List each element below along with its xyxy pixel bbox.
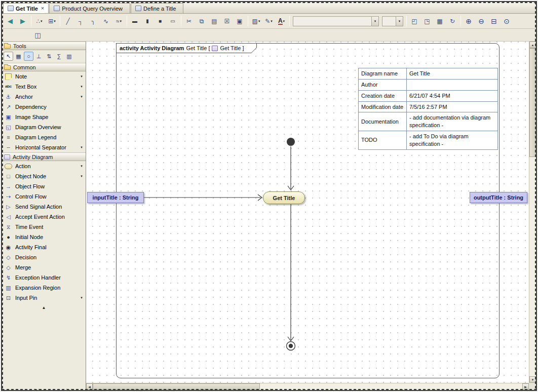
folder-icon bbox=[4, 44, 11, 49]
palette-item-control-flow[interactable]: ⇢ Control Flow bbox=[2, 191, 86, 202]
palette-item-icon: ◇ bbox=[5, 255, 12, 260]
forward-button[interactable]: ▶ bbox=[17, 15, 29, 27]
palette-item-exception-handler[interactable]: ↯ Exception Handler bbox=[2, 272, 86, 283]
palette-item-action[interactable]: Action ▾ bbox=[2, 161, 86, 171]
initial-node[interactable] bbox=[287, 138, 295, 146]
action-get-title[interactable]: Get Title bbox=[263, 191, 305, 204]
activity-final-node[interactable] bbox=[287, 342, 295, 350]
button-icon: ⊖ bbox=[478, 18, 484, 25]
palette-item-object-flow[interactable]: → Object Flow bbox=[2, 181, 86, 191]
layout-hierarchic-button[interactable]: ∴▾ bbox=[33, 15, 45, 27]
zoom-actual-button[interactable]: ⊙ bbox=[501, 15, 513, 27]
chevron-down-icon[interactable]: ▾ bbox=[396, 17, 403, 26]
edit-compartments-button[interactable]: ▦ bbox=[434, 15, 446, 27]
oval-shape-tool-button[interactable]: ○ bbox=[24, 52, 33, 61]
delete-button[interactable]: ☒ bbox=[221, 15, 233, 27]
bezier-path-button[interactable]: ∿ bbox=[100, 15, 112, 27]
palette-item-icon: ⧖ bbox=[5, 224, 12, 230]
magnet-tool-button[interactable]: ⊥ bbox=[34, 52, 44, 61]
font-color-button[interactable]: A▾ bbox=[276, 15, 287, 27]
horizontal-scrollbar[interactable]: ◀ ▶ bbox=[86, 383, 529, 390]
chevron-down-icon: ▾ bbox=[41, 19, 43, 23]
oblique-path-button[interactable]: ╱ bbox=[62, 15, 74, 27]
horizontal-scroll-thumb[interactable] bbox=[93, 383, 260, 390]
palette-item-merge[interactable]: ◇ Merge bbox=[2, 262, 86, 272]
diagram-properties-combobox[interactable]: ▾ bbox=[293, 16, 379, 26]
activity-diagram-tab-icon bbox=[54, 6, 60, 11]
rectilinear-path-button[interactable]: ┐ bbox=[75, 15, 87, 27]
button-icon: ┐ bbox=[79, 18, 83, 24]
vertical-scrollbar[interactable]: ▲ ▼ bbox=[529, 42, 536, 383]
swimlane-tool-button[interactable]: ▥ bbox=[64, 52, 74, 61]
rounded-path-button[interactable]: ╮ bbox=[88, 15, 99, 27]
secondary-toolbar: ◫ bbox=[2, 29, 536, 42]
distribute-tool-button[interactable]: ∑ bbox=[54, 52, 64, 61]
palette-item-diagram-overview[interactable]: ◱ Diagram Overview bbox=[2, 122, 86, 132]
copy-button[interactable]: ⧉ bbox=[196, 15, 208, 27]
make-same-width-button[interactable]: ▬ bbox=[129, 15, 141, 27]
zoom-out-button[interactable]: ⊖ bbox=[476, 15, 487, 27]
layout-orthogonal-button[interactable]: ⊞▾ bbox=[46, 15, 58, 27]
control-flow-initial-to-action[interactable] bbox=[288, 146, 294, 190]
palette-item-image-shape[interactable]: ▣ Image Shape bbox=[2, 112, 86, 122]
palette-item-time-event[interactable]: ⧖ Time Event bbox=[2, 222, 86, 232]
environment-combobox[interactable]: ▾ bbox=[382, 16, 403, 26]
tab-get-title[interactable]: Get Title × bbox=[3, 3, 49, 13]
back-button[interactable]: ◀ bbox=[5, 15, 16, 27]
palette-item-accept-event-action[interactable]: ◁ Accept Event Action bbox=[2, 212, 86, 222]
palette-item-horizontal-separator[interactable]: ┄ Horizontal Separator ▾ bbox=[2, 142, 86, 152]
diagram-canvas[interactable]: activity Activity Diagram Get Title [ Ge… bbox=[86, 42, 529, 383]
fill-color-button[interactable]: ▨▾ bbox=[250, 15, 262, 27]
palette-item-object-node[interactable]: □ Object Node ▾ bbox=[2, 171, 86, 181]
tab-product-query-overview[interactable]: Product Query Overview bbox=[49, 3, 130, 13]
palette-section-tools[interactable]: Tools bbox=[2, 42, 86, 50]
line-color-button[interactable]: ✎▾ bbox=[263, 15, 275, 27]
bring-to-front-button[interactable]: ◰ bbox=[409, 15, 420, 27]
palette-item-note[interactable]: Note ▾ bbox=[2, 71, 86, 82]
zoom-in-button[interactable]: ⊕ bbox=[463, 15, 475, 27]
select-tool-button[interactable]: ↖ bbox=[4, 52, 13, 61]
align-tool-button[interactable]: ⇅ bbox=[44, 52, 54, 61]
chevron-down-icon[interactable]: ▾ bbox=[371, 17, 378, 26]
zoom-fit-button[interactable]: ⊟ bbox=[488, 15, 500, 27]
palette-item-text-box[interactable]: abc Text Box ▾ bbox=[2, 82, 86, 92]
scroll-down-button[interactable]: ▼ bbox=[529, 376, 536, 383]
palette-item-expansion-region[interactable]: ▥ Expansion Region bbox=[2, 283, 86, 293]
tab-define-a-title[interactable]: Define a Title bbox=[131, 3, 183, 13]
palette-item-dependency[interactable]: ↗ Dependency bbox=[2, 102, 86, 112]
palette-scroll-up-button[interactable]: ▲ bbox=[2, 303, 86, 312]
activity-parameter-input-title[interactable]: inputTitle : String bbox=[87, 192, 144, 203]
palette-item-anchor[interactable]: ⚓ Anchor ▾ bbox=[2, 92, 86, 102]
control-flow-action-to-final[interactable] bbox=[288, 204, 294, 341]
make-same-size-button[interactable]: ■ bbox=[155, 15, 166, 27]
palette-item-decision[interactable]: ◇ Decision bbox=[2, 252, 86, 262]
autosize-button[interactable]: ▭ bbox=[167, 15, 179, 27]
paste-button[interactable]: ▤ bbox=[209, 15, 220, 27]
palette-item-input-pin[interactable]: ⊡ Input Pin ▾ bbox=[2, 293, 86, 303]
chevron-down-icon: ▾ bbox=[79, 174, 84, 178]
make-same-height-button[interactable]: ▮ bbox=[142, 15, 153, 27]
paste-with-style-button[interactable]: ▣ bbox=[234, 15, 246, 27]
palette-item-send-signal-action[interactable]: ▷ Send Signal Action bbox=[2, 202, 86, 212]
palette-item-activity-final[interactable]: ◉ Activity Final bbox=[2, 242, 86, 252]
spline-path-button[interactable]: ≈▾ bbox=[113, 15, 125, 27]
cut-button[interactable]: ✂ bbox=[183, 15, 195, 27]
object-flow-input-to-action[interactable] bbox=[144, 194, 262, 201]
scroll-left-button[interactable]: ◀ bbox=[86, 383, 93, 390]
refresh-diagram-button[interactable]: ↻ bbox=[447, 15, 458, 27]
activity-parameter-output-title[interactable]: outputTitle : String bbox=[470, 192, 527, 203]
palette-section-activity-diagram[interactable]: Activity Diagram bbox=[2, 152, 86, 161]
palette-section-common[interactable]: Common bbox=[2, 63, 86, 71]
palette-item-diagram-legend[interactable]: ≡ Diagram Legend bbox=[2, 132, 86, 142]
diagram-tab-bar: Get Title × Product Query Overview Defin… bbox=[2, 2, 536, 14]
send-to-back-button[interactable]: ◳ bbox=[421, 15, 433, 27]
button-icon: ▭ bbox=[170, 19, 175, 24]
tab-close-icon[interactable]: × bbox=[41, 6, 44, 11]
shape-tool-button[interactable]: ▦ bbox=[14, 52, 23, 61]
palette-item-label: Diagram Legend bbox=[15, 134, 76, 140]
vertical-scroll-thumb[interactable] bbox=[529, 48, 536, 157]
diagram-tree-button[interactable]: ◫ bbox=[32, 29, 44, 41]
scroll-up-button[interactable]: ▲ bbox=[529, 42, 536, 48]
palette-item-initial-node[interactable]: ● Initial Node bbox=[2, 232, 86, 242]
scroll-right-button[interactable]: ▶ bbox=[522, 383, 529, 390]
